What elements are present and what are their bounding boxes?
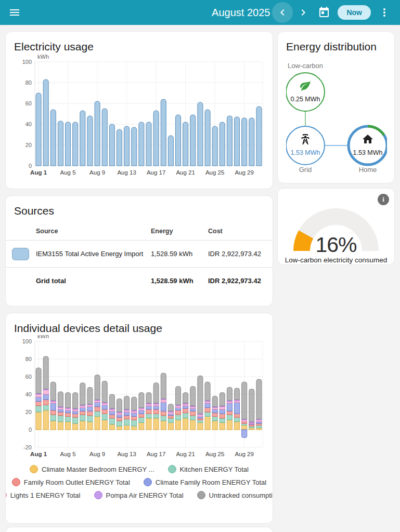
stack-segment[interactable] bbox=[256, 379, 262, 419]
stack-segment[interactable] bbox=[153, 409, 159, 414]
stack-segment[interactable] bbox=[146, 393, 151, 403]
stack-segment[interactable] bbox=[235, 401, 240, 402]
bar[interactable] bbox=[176, 115, 181, 166]
stack-segment[interactable] bbox=[198, 415, 203, 416]
stack-segment[interactable] bbox=[220, 393, 225, 406]
legend-item[interactable]: Pompa Air ENERGY Total bbox=[94, 491, 184, 499]
stack-segment[interactable] bbox=[242, 422, 247, 423]
stack-segment[interactable] bbox=[73, 414, 78, 417]
stack-segment[interactable] bbox=[220, 407, 225, 409]
stack-segment[interactable] bbox=[220, 418, 225, 423]
stack-segment[interactable] bbox=[235, 417, 240, 422]
bar[interactable] bbox=[36, 93, 41, 166]
bar[interactable] bbox=[256, 107, 262, 166]
stack-segment[interactable] bbox=[58, 392, 63, 407]
stack-segment[interactable] bbox=[161, 421, 166, 430]
bar[interactable] bbox=[58, 121, 63, 166]
stack-segment[interactable] bbox=[205, 402, 210, 403]
stack-segment[interactable] bbox=[235, 414, 240, 417]
stack-segment[interactable] bbox=[227, 411, 232, 415]
stack-segment[interactable] bbox=[95, 401, 100, 402]
stack-segment[interactable] bbox=[205, 412, 210, 417]
stack-segment[interactable] bbox=[87, 405, 93, 406]
stack-segment[interactable] bbox=[43, 410, 48, 430]
next-period-button[interactable] bbox=[293, 2, 314, 23]
stack-segment[interactable] bbox=[153, 418, 159, 430]
stack-segment[interactable] bbox=[102, 409, 107, 414]
stack-segment[interactable] bbox=[242, 425, 247, 430]
stack-segment[interactable] bbox=[235, 422, 240, 430]
stack-segment[interactable] bbox=[176, 408, 181, 410]
stack-segment[interactable] bbox=[168, 414, 173, 415]
stack-segment[interactable] bbox=[36, 394, 41, 397]
bar[interactable] bbox=[109, 124, 114, 166]
stack-segment[interactable] bbox=[87, 416, 93, 422]
bar[interactable] bbox=[146, 122, 151, 166]
stack-segment[interactable] bbox=[183, 418, 188, 430]
stack-segment[interactable] bbox=[109, 409, 114, 411]
bar[interactable] bbox=[220, 122, 225, 166]
stack-segment[interactable] bbox=[242, 430, 247, 437]
stack-segment[interactable] bbox=[132, 417, 137, 420]
stack-segment[interactable] bbox=[161, 416, 166, 421]
stack-segment[interactable] bbox=[109, 424, 114, 430]
stack-segment[interactable] bbox=[220, 414, 225, 418]
stack-segment[interactable] bbox=[212, 413, 217, 417]
stack-segment[interactable] bbox=[227, 415, 232, 420]
stack-segment[interactable] bbox=[198, 418, 203, 420]
stack-segment[interactable] bbox=[183, 413, 188, 418]
stack-segment[interactable] bbox=[235, 402, 240, 414]
stack-segment[interactable] bbox=[124, 416, 130, 419]
stack-segment[interactable] bbox=[227, 387, 232, 401]
stack-segment[interactable] bbox=[249, 426, 254, 428]
bar[interactable] bbox=[183, 122, 188, 166]
stack-segment[interactable] bbox=[205, 408, 210, 413]
stack-segment[interactable] bbox=[109, 415, 114, 418]
stack-segment[interactable] bbox=[220, 409, 225, 414]
stack-segment[interactable] bbox=[153, 383, 159, 403]
stack-segment[interactable] bbox=[124, 396, 130, 409]
stack-segment[interactable] bbox=[168, 412, 173, 414]
stack-segment[interactable] bbox=[124, 425, 130, 430]
stack-segment[interactable] bbox=[212, 417, 217, 421]
stack-segment[interactable] bbox=[80, 411, 85, 415]
stack-segment[interactable] bbox=[190, 387, 196, 406]
stack-segment[interactable] bbox=[117, 421, 122, 426]
stack-segment[interactable] bbox=[66, 408, 71, 410]
legend-item[interactable]: Climate Master Bedroom ENERGY ... bbox=[30, 465, 154, 473]
stack-segment[interactable] bbox=[58, 409, 63, 412]
stack-segment[interactable] bbox=[73, 409, 78, 411]
stack-segment[interactable] bbox=[205, 382, 210, 401]
stack-segment[interactable] bbox=[212, 409, 217, 413]
bar[interactable] bbox=[227, 116, 232, 166]
now-button[interactable]: Now bbox=[338, 5, 371, 20]
stack-segment[interactable] bbox=[249, 428, 254, 430]
stack-segment[interactable] bbox=[36, 402, 41, 406]
stack-segment[interactable] bbox=[256, 422, 262, 423]
stack-segment[interactable] bbox=[190, 408, 196, 411]
stack-segment[interactable] bbox=[235, 388, 240, 400]
stack-segment[interactable] bbox=[43, 400, 48, 405]
stack-segment[interactable] bbox=[80, 415, 85, 421]
stack-segment[interactable] bbox=[95, 411, 100, 416]
stack-segment[interactable] bbox=[146, 418, 151, 430]
stack-segment[interactable] bbox=[109, 394, 114, 408]
stack-segment[interactable] bbox=[50, 415, 56, 421]
stack-segment[interactable] bbox=[66, 417, 71, 422]
bar[interactable] bbox=[235, 117, 240, 166]
stack-segment[interactable] bbox=[227, 420, 232, 430]
bar[interactable] bbox=[95, 101, 100, 166]
stack-segment[interactable] bbox=[95, 407, 100, 411]
stack-segment[interactable] bbox=[58, 412, 63, 416]
bar[interactable] bbox=[198, 102, 203, 166]
legend-item[interactable]: Climate Family Room ENERGY Total bbox=[144, 478, 266, 486]
stack-segment[interactable] bbox=[139, 417, 144, 422]
stack-segment[interactable] bbox=[212, 421, 217, 430]
bar[interactable] bbox=[102, 109, 107, 166]
stack-segment[interactable] bbox=[58, 408, 63, 409]
stack-segment[interactable] bbox=[87, 387, 93, 404]
stack-segment[interactable] bbox=[256, 428, 262, 430]
stack-segment[interactable] bbox=[50, 402, 56, 403]
bar[interactable] bbox=[190, 115, 196, 166]
bar[interactable] bbox=[161, 99, 166, 166]
